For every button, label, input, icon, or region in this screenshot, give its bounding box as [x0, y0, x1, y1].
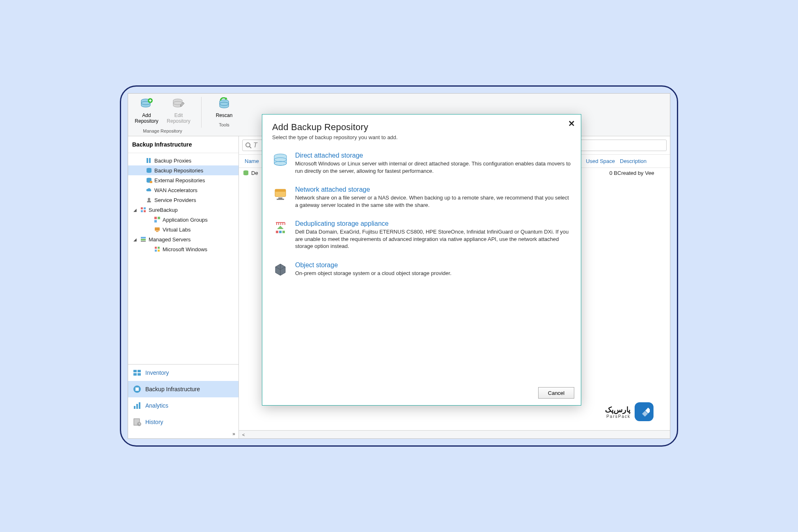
database-add-icon — [139, 97, 154, 112]
nav-label: Analytics — [145, 402, 168, 409]
option-desc: Microsoft Windows or Linux server with i… — [295, 160, 571, 174]
cloud-icon — [145, 186, 153, 194]
sidebar: Backup Infrastructure Backup Proxies Bac… — [128, 136, 239, 438]
appgroup-icon — [154, 216, 161, 223]
svg-rect-28 — [158, 250, 160, 252]
proxy-icon — [145, 157, 153, 164]
tree-label: Application Groups — [163, 217, 208, 223]
option-desc: On-prem object storage system or a cloud… — [295, 270, 452, 277]
option-network-attached-storage[interactable]: Network attached storage Network share o… — [272, 186, 571, 209]
svg-point-12 — [148, 198, 150, 200]
bottom-nav: Inventory Backup Infrastructure Analytic… — [128, 364, 238, 438]
nav-label: History — [145, 419, 163, 425]
edit-repository-label: Edit Repository — [167, 112, 190, 124]
tree-label: Backup Proxies — [154, 158, 191, 164]
cancel-button[interactable]: Cancel — [538, 387, 574, 399]
rescan-button[interactable]: Rescan — [210, 96, 238, 119]
svg-rect-7 — [147, 158, 148, 163]
cell-desc: Created by Vee — [617, 170, 667, 176]
database-edit-icon — [171, 97, 186, 112]
tree-wan-accelerators[interactable]: WAN Accelerators — [128, 185, 238, 195]
svg-rect-32 — [138, 373, 141, 376]
option-dedup-appliance[interactable]: Deduplicating storage appliance Dell Dat… — [272, 220, 571, 250]
collapse-icon[interactable]: ◢ — [132, 208, 138, 212]
option-desc: Dell Data Domain, ExaGrid, Fujitsu ETERN… — [295, 228, 571, 250]
svg-rect-34 — [135, 388, 139, 391]
database-rescan-icon — [217, 97, 232, 112]
tree-backup-repositories[interactable]: Backup Repositories — [128, 165, 238, 175]
nav-inventory[interactable]: Inventory — [128, 365, 238, 381]
app-window: Add Repository Edit Repository — [128, 93, 670, 439]
tree-service-providers[interactable]: Service Providers — [128, 195, 238, 205]
svg-rect-37 — [139, 402, 140, 409]
ribbon-group-manage: Manage Repository — [143, 127, 182, 135]
nav-overflow[interactable]: » — [128, 430, 238, 438]
close-icon[interactable]: ✕ — [568, 119, 575, 128]
dedup-icon — [272, 221, 289, 237]
option-title: Direct attached storage — [295, 152, 571, 159]
svg-rect-29 — [133, 370, 137, 372]
tree-label: Virtual Labs — [163, 227, 190, 233]
col-description[interactable]: Description — [617, 156, 667, 166]
svg-rect-18 — [158, 217, 160, 219]
inventory-icon — [132, 368, 142, 378]
infra-icon — [132, 384, 142, 394]
nav-analytics[interactable]: Analytics — [128, 397, 238, 414]
history-icon — [132, 417, 142, 427]
collapse-icon[interactable]: ◢ — [132, 237, 138, 242]
tree-label: External Repositories — [154, 177, 205, 183]
svg-rect-51 — [282, 231, 285, 233]
svg-rect-30 — [138, 370, 141, 372]
surebackup-icon — [140, 206, 147, 213]
add-backup-repository-dialog: Add Backup Repository Select the type of… — [262, 114, 581, 406]
svg-rect-26 — [158, 247, 160, 249]
svg-rect-31 — [133, 373, 137, 376]
svg-rect-27 — [155, 250, 157, 252]
svg-rect-46 — [275, 189, 286, 192]
windows-icon — [154, 245, 161, 253]
svg-rect-23 — [141, 239, 146, 241]
svg-rect-14 — [144, 207, 146, 209]
nas-icon — [272, 187, 289, 203]
tree-external-repositories[interactable]: External Repositories — [128, 175, 238, 185]
svg-rect-16 — [144, 210, 146, 212]
option-title: Object storage — [295, 261, 452, 269]
svg-rect-17 — [154, 217, 157, 219]
svg-rect-50 — [279, 231, 282, 233]
col-used-space[interactable]: Used Space — [576, 156, 617, 166]
tree-virtual-labs[interactable]: Virtual Labs — [128, 225, 238, 234]
tree-label: Managed Servers — [149, 236, 191, 243]
brand-name-en: ParsPack — [605, 414, 631, 419]
ribbon-group-tools: Tools — [219, 121, 229, 129]
nav-label: Inventory — [145, 369, 169, 376]
tree-application-groups[interactable]: Application Groups — [128, 215, 238, 225]
status-bar: < — [239, 430, 670, 438]
search-placeholder: T — [253, 142, 257, 149]
svg-rect-49 — [276, 231, 278, 233]
provider-icon — [145, 196, 153, 204]
das-icon — [272, 153, 289, 169]
search-icon — [245, 142, 252, 149]
add-repository-label: Add Repository — [135, 112, 158, 124]
svg-rect-11 — [150, 181, 152, 183]
svg-rect-48 — [277, 199, 284, 200]
tree-label: SureBackup — [149, 207, 178, 213]
option-title: Network attached storage — [295, 186, 571, 193]
svg-rect-15 — [141, 210, 143, 212]
tree-microsoft-windows[interactable]: Microsoft Windows — [128, 244, 238, 254]
edit-repository-button[interactable]: Edit Repository — [164, 96, 193, 125]
nav-history[interactable]: History — [128, 414, 238, 430]
add-repository-button[interactable]: Add Repository — [132, 96, 161, 125]
tree-backup-proxies[interactable]: Backup Proxies — [128, 156, 238, 165]
repository-icon — [145, 167, 153, 174]
cell-used: 0 B — [576, 170, 617, 176]
tree-managed-servers[interactable]: ◢ Managed Servers — [128, 234, 238, 244]
svg-rect-24 — [141, 241, 146, 242]
scroll-left-icon[interactable]: < — [241, 432, 246, 437]
tree-surebackup[interactable]: ◢ SureBackup — [128, 205, 238, 215]
svg-rect-22 — [141, 237, 146, 238]
object-storage-icon — [272, 262, 289, 279]
nav-backup-infrastructure[interactable]: Backup Infrastructure — [128, 381, 238, 397]
option-object-storage[interactable]: Object storage On-prem object storage sy… — [272, 261, 571, 279]
option-direct-attached-storage[interactable]: Direct attached storage Microsoft Window… — [272, 152, 571, 174]
